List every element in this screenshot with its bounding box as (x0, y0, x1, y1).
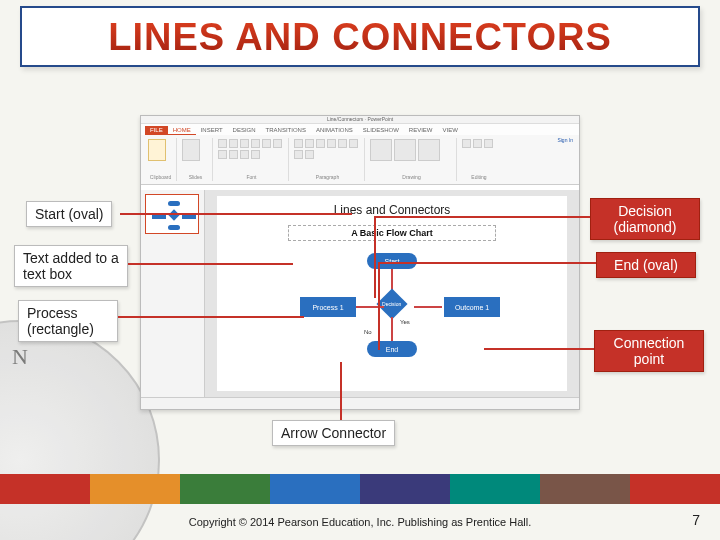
tab-home[interactable]: HOME (168, 126, 196, 135)
page-number: 7 (692, 512, 700, 528)
font-icon[interactable] (240, 139, 249, 148)
color-stripe (0, 474, 720, 504)
callout-text-added: Text added to a text box (14, 245, 128, 287)
ribbon-body: Sign In Clipboard Slides Font Paragraph … (141, 135, 579, 185)
slide-subtitle: A Basic Flow Chart (288, 225, 497, 241)
callout-connection: Connection point (594, 330, 704, 372)
para-icon[interactable] (338, 139, 347, 148)
para-icon[interactable] (327, 139, 336, 148)
group-editing: Editing (462, 174, 496, 180)
group-clipboard: Clipboard (148, 174, 173, 180)
font-icon[interactable] (218, 150, 227, 159)
font-icon[interactable] (229, 139, 238, 148)
paste-icon[interactable] (148, 139, 166, 161)
group-drawing: Drawing (370, 174, 453, 180)
tab-file[interactable]: FILE (145, 126, 168, 135)
lead-line (484, 348, 594, 350)
font-icon[interactable] (273, 139, 282, 148)
arrange-icon[interactable] (394, 139, 416, 161)
font-icon[interactable] (262, 139, 271, 148)
shapes-icon[interactable] (370, 139, 392, 161)
para-icon[interactable] (294, 150, 303, 159)
font-icon[interactable] (218, 139, 227, 148)
flowchart-decision-diamond: Decision (376, 288, 407, 319)
para-icon[interactable] (349, 139, 358, 148)
new-slide-icon[interactable] (182, 139, 200, 161)
callout-process: Process (rectangle) (18, 300, 118, 342)
flowchart-end-oval: End (367, 341, 417, 357)
group-paragraph: Paragraph (294, 174, 361, 180)
select-icon[interactable] (484, 139, 493, 148)
group-slides: Slides (182, 174, 209, 180)
copyright: Copyright © 2014 Pearson Education, Inc.… (189, 516, 532, 528)
slide: Lines and Connectors A Basic Flow Chart … (217, 196, 567, 391)
tab-transitions[interactable]: TRANSITIONS (261, 126, 311, 135)
lead-line (376, 216, 590, 218)
group-font: Font (218, 174, 285, 180)
status-bar (141, 397, 579, 409)
tab-review[interactable]: REVIEW (404, 126, 438, 135)
compass-n-glyph: N (12, 344, 28, 370)
font-icon[interactable] (240, 150, 249, 159)
styles-icon[interactable] (418, 139, 440, 161)
thumbnail-pane (141, 190, 205, 397)
font-icon[interactable] (251, 150, 260, 159)
callout-arrow-connector: Arrow Connector (272, 420, 395, 446)
label-yes: Yes (400, 319, 410, 325)
lead-line (120, 213, 352, 215)
tab-animations[interactable]: ANIMATIONS (311, 126, 358, 135)
para-icon[interactable] (316, 139, 325, 148)
tab-view[interactable]: VIEW (438, 126, 463, 135)
slide-area: Lines and Connectors A Basic Flow Chart … (141, 190, 579, 397)
replace-icon[interactable] (473, 139, 482, 148)
window-titlebar: Line/Connectors · PowerPoint (141, 116, 579, 124)
font-icon[interactable] (251, 139, 260, 148)
para-icon[interactable] (305, 150, 314, 159)
callout-end: End (oval) (596, 252, 696, 278)
label-no: No (364, 329, 372, 335)
lead-line (340, 362, 342, 420)
ribbon-tabs: FILE HOME INSERT DESIGN TRANSITIONS ANIM… (141, 124, 579, 135)
lead-line (118, 316, 304, 318)
flowchart-process-rect: Process 1 (300, 297, 356, 317)
lead-line (380, 262, 596, 264)
slide-canvas: Lines and Connectors A Basic Flow Chart … (205, 190, 579, 397)
page-title: LINES AND CONNECTORS (34, 16, 686, 59)
tab-insert[interactable]: INSERT (196, 126, 228, 135)
tab-slideshow[interactable]: SLIDESHOW (358, 126, 404, 135)
callout-start-oval: Start (oval) (26, 201, 112, 227)
font-icon[interactable] (229, 150, 238, 159)
sign-in-link[interactable]: Sign In (557, 137, 573, 143)
compass-decoration: N (0, 320, 160, 540)
lead-line (378, 262, 380, 350)
lead-line (374, 216, 376, 298)
flowchart-outcome-rect: Outcome 1 (444, 297, 500, 317)
window-title: Line/Connectors · PowerPoint (327, 116, 393, 122)
lead-line (128, 263, 293, 265)
tab-design[interactable]: DESIGN (228, 126, 261, 135)
para-icon[interactable] (294, 139, 303, 148)
find-icon[interactable] (462, 139, 471, 148)
slide-title-box: LINES AND CONNECTORS (20, 6, 700, 67)
para-icon[interactable] (305, 139, 314, 148)
callout-decision: Decision (diamond) (590, 198, 700, 240)
